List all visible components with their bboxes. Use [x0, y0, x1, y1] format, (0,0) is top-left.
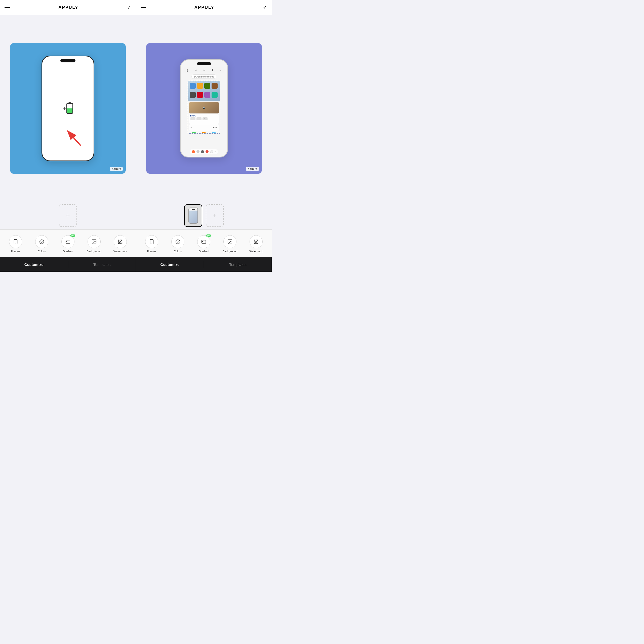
export-icon[interactable]: ⬆ [210, 68, 215, 72]
left-nav-customize[interactable]: Customize [0, 257, 68, 272]
left-tool-gradient[interactable]: pro Gradient [55, 235, 81, 253]
right-frames-label: Frames [147, 250, 156, 253]
left-panel: APPULY ✓ + [0, 0, 136, 272]
right-tool-background[interactable]: Background [217, 235, 243, 253]
svg-rect-29 [204, 242, 205, 242]
left-pro-badge: pro [70, 234, 75, 237]
svg-point-25 [178, 241, 179, 242]
svg-point-9 [43, 241, 43, 242]
app-icon-3 [204, 83, 210, 89]
left-colors-label: Colors [38, 250, 46, 253]
right-tool-colors[interactable]: Colors [165, 235, 191, 253]
svg-point-23 [177, 242, 178, 243]
app-icon-2 [197, 83, 203, 89]
right-templates-label: Templates [229, 262, 246, 267]
left-canvas-bg[interactable]: + Appu [10, 43, 126, 174]
left-thumbnail-strip: + [0, 202, 136, 229]
app-icon-4 [212, 83, 218, 89]
gradient-icon-right [201, 239, 207, 245]
left-tool-colors[interactable]: Colors [29, 235, 55, 253]
checkmark-left[interactable]: ✓ [127, 4, 131, 11]
hamburger-menu-left[interactable] [5, 6, 10, 9]
pencil-tool[interactable] [201, 150, 204, 153]
right-tool-gradient[interactable]: pro Gradient [191, 235, 217, 253]
dock-app-3 [212, 132, 216, 134]
left-gradient-label: Gradient [63, 250, 73, 253]
right-gradient-label: Gradient [198, 250, 209, 253]
color-dot-2[interactable] [196, 150, 199, 153]
undo-icon[interactable]: ↩ [194, 68, 198, 72]
arrow-svg [64, 128, 84, 148]
app-icon-7 [204, 92, 210, 98]
left-bottom-toolbar: Frames Colors pro [0, 229, 136, 257]
left-tool-background[interactable]: Background [81, 235, 107, 253]
right-add-plus-icon: + [213, 212, 217, 220]
app-title-left: APPULY [58, 5, 78, 10]
right-background-icon-wrap [223, 235, 236, 248]
right-canvas-bg[interactable]: 🗑 ↩ ↪ ⬆ ✓ Add device frame [146, 43, 262, 174]
left-tool-frames[interactable]: Frames [3, 235, 29, 253]
svg-point-5 [41, 240, 42, 241]
add-device-frame-btn[interactable]: Add device frame [191, 74, 216, 79]
svg-rect-13 [67, 242, 69, 242]
phone-icon-left [13, 239, 18, 245]
screenshot-content: 📷 PayPal → ↓ $ + [188, 81, 220, 134]
checkmark-right[interactable]: ✓ [263, 4, 267, 11]
svg-point-15 [93, 240, 94, 241]
svg-point-3 [15, 243, 16, 243]
palette-icon-left [39, 239, 45, 245]
redo-icon[interactable]: ↪ [202, 68, 206, 72]
dock-app-1 [192, 132, 196, 134]
svg-point-4 [40, 239, 44, 244]
svg-rect-18 [150, 239, 153, 244]
right-thumbnail-strip: + [136, 202, 272, 229]
left-frames-icon-wrap [9, 235, 22, 248]
left-background-icon-wrap [88, 235, 101, 248]
right-thumb-item-1[interactable] [184, 204, 202, 227]
app-grid [188, 81, 220, 101]
svg-line-1 [70, 134, 80, 145]
right-watermark-icon-wrap [250, 235, 263, 248]
app-title-right: APPULY [194, 5, 214, 10]
left-watermark-badge: Appuly [110, 167, 123, 171]
color-dot-4[interactable] [210, 150, 213, 153]
color-dot-3[interactable] [206, 150, 209, 153]
right-tool-frames[interactable]: Frames [139, 235, 165, 253]
arrow-indicator [64, 128, 84, 149]
left-phone-notch [60, 59, 75, 62]
right-add-thumb[interactable]: + [206, 204, 224, 227]
delete-icon[interactable]: 🗑 [185, 68, 190, 72]
right-colors-label: Colors [174, 250, 182, 253]
svg-point-8 [41, 241, 41, 242]
right-panel: APPULY ✓ 🗑 ↩ ↪ ⬆ ✓ Add de [136, 0, 272, 272]
hamburger-menu-right[interactable] [141, 6, 146, 9]
music-widget: + 5:03 [189, 124, 219, 131]
dock-app-2 [202, 132, 206, 134]
right-bottom-toolbar: Frames Colors pro [136, 229, 272, 257]
left-tool-watermark[interactable]: Watermark [107, 235, 133, 253]
image-icon-right [227, 239, 233, 245]
phone-icon-right [149, 239, 154, 245]
right-header: APPULY ✓ [136, 0, 272, 15]
color-dot-1[interactable] [192, 150, 195, 153]
confirm-icon[interactable]: ✓ [218, 68, 223, 72]
right-phone-edit-overlay: 🗑 ↩ ↪ ⬆ ✓ Add device frame [181, 60, 227, 157]
svg-point-19 [151, 243, 152, 243]
app-icon-8 [212, 92, 218, 98]
right-nav-customize[interactable]: Customize [136, 257, 204, 272]
right-gradient-icon-wrap: pro [197, 235, 210, 248]
left-add-plus-icon: + [66, 212, 70, 220]
right-background-label: Background [223, 250, 237, 253]
left-nav-templates[interactable]: Templates [68, 257, 136, 272]
right-thumb-screen [189, 211, 197, 223]
svg-point-7 [42, 242, 42, 243]
right-tool-watermark[interactable]: Watermark [243, 235, 269, 253]
battery-body [66, 103, 73, 114]
right-thumb-phone-mini [188, 208, 198, 224]
left-add-thumb[interactable]: + [59, 204, 77, 227]
right-phone-notch [197, 62, 211, 65]
app-icon-5 [190, 92, 196, 98]
right-nav-templates[interactable]: Templates [204, 257, 272, 272]
right-pro-badge: pro [206, 234, 211, 237]
left-bottom-nav: Customize Templates [0, 257, 136, 272]
